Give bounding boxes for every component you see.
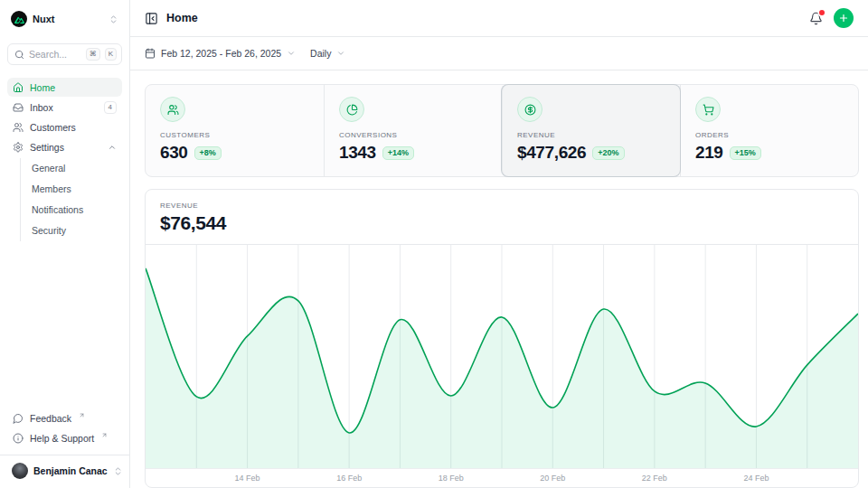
notifications-button[interactable]: [809, 12, 823, 25]
date-range-picker[interactable]: Feb 12, 2025 - Feb 26, 2025: [145, 48, 296, 59]
dollar-circle-icon: [517, 97, 542, 122]
sidebar-item-label: Notifications: [32, 204, 83, 215]
chevron-up-icon: [108, 143, 117, 152]
user-menu[interactable]: Benjamin Canac: [7, 460, 122, 482]
revenue-chart-card: REVENUE $76,544 14 Feb16 Feb18 Feb20 Feb…: [145, 189, 859, 488]
stat-card-customers[interactable]: CUSTOMERS 630 +8%: [146, 85, 324, 176]
app-window: Nuxt Search... ⌘ K Home: [0, 0, 868, 488]
users-icon: [13, 122, 24, 133]
delta-badge: +20%: [592, 146, 624, 160]
footer-link-label: Help & Support: [30, 433, 94, 444]
sidebar-item-security[interactable]: Security: [21, 221, 122, 240]
x-tick-label: 24 Feb: [743, 474, 769, 483]
sidebar-item-label: Security: [32, 225, 66, 236]
stat-label: ORDERS: [695, 131, 844, 139]
main-area: Home Feb 12, 2025 - Feb 26, 2025: [130, 0, 868, 488]
external-link-icon: [101, 432, 108, 438]
feedback-link[interactable]: Feedback: [7, 408, 122, 427]
search-icon: [14, 50, 24, 60]
workspace-switcher[interactable]: Nuxt: [7, 9, 122, 29]
x-tick-label: 14 Feb: [235, 474, 260, 483]
pie-chart-icon: [339, 97, 364, 122]
topbar: Home: [130, 0, 868, 37]
message-circle-icon: [13, 413, 24, 424]
collapse-sidebar-button[interactable]: [145, 12, 158, 25]
chevron-down-icon: [336, 49, 345, 58]
kbd-cmd: ⌘: [86, 48, 100, 61]
delta-badge: +8%: [194, 146, 222, 160]
chevrons-up-down-icon: [113, 466, 123, 476]
sidebar-item-home[interactable]: Home: [7, 78, 122, 97]
stat-card-conversions[interactable]: CONVERSIONS 1343 +14%: [324, 85, 502, 176]
calendar-icon: [145, 48, 156, 59]
page-title: Home: [166, 12, 198, 24]
sidebar-footer: Feedback Help & Support: [7, 408, 122, 448]
sidebar-item-label: Customers: [30, 122, 76, 133]
stat-label: CONVERSIONS: [339, 131, 487, 139]
sidebar-item-general[interactable]: General: [21, 158, 122, 178]
footer-link-label: Feedback: [30, 413, 71, 424]
stat-value: 1343: [339, 143, 376, 163]
chevrons-up-down-icon: [108, 14, 118, 24]
chart-x-axis: 14 Feb16 Feb18 Feb20 Feb22 Feb24 Feb: [146, 468, 858, 487]
gear-icon: [13, 142, 24, 153]
kbd-k: K: [105, 48, 117, 61]
sidebar-nav: Home Inbox 4 Customers Settings: [7, 78, 122, 243]
help-support-link[interactable]: Help & Support: [7, 428, 122, 447]
info-icon: [13, 433, 24, 444]
shopping-cart-icon: [695, 97, 721, 122]
stat-value: $477,626: [517, 143, 586, 163]
stat-value: 219: [695, 143, 723, 163]
sidebar-item-label: Members: [32, 183, 71, 194]
sidebar-item-label: Inbox: [30, 102, 53, 113]
home-icon: [13, 82, 24, 93]
sidebar-item-customers[interactable]: Customers: [7, 117, 122, 136]
chart-header: REVENUE $76,544: [146, 190, 858, 244]
chart-plot-area: [146, 244, 858, 468]
user-name: Benjamin Canac: [33, 465, 108, 476]
add-button[interactable]: [834, 8, 854, 28]
delta-badge: +15%: [730, 146, 761, 160]
sidebar-item-members[interactable]: Members: [21, 179, 122, 199]
sidebar: Nuxt Search... ⌘ K Home: [0, 0, 130, 488]
users-icon: [160, 97, 185, 122]
search-placeholder: Search...: [29, 49, 81, 60]
sidebar-item-settings[interactable]: Settings: [7, 137, 122, 156]
x-tick-label: 18 Feb: [439, 474, 464, 483]
external-link-icon: [79, 412, 85, 418]
workspace-name: Nuxt: [33, 14, 54, 24]
x-tick-label: 16 Feb: [336, 474, 362, 483]
revenue-chart[interactable]: [146, 245, 858, 468]
stat-label: REVENUE: [517, 131, 665, 139]
sidebar-item-label: Settings: [30, 142, 64, 153]
inbox-count-badge: 4: [104, 101, 117, 114]
stat-card-orders[interactable]: ORDERS 219 +15%: [680, 85, 858, 176]
settings-subnav: General Members Notifications Security: [20, 158, 122, 241]
sidebar-item-inbox[interactable]: Inbox 4: [7, 98, 122, 117]
chart-metric-value: $76,544: [160, 212, 844, 234]
notification-dot: [819, 10, 825, 15]
x-tick-label: 20 Feb: [540, 474, 565, 483]
sidebar-item-label: General: [32, 163, 65, 174]
x-tick-label: 22 Feb: [642, 474, 667, 483]
period-select[interactable]: Daily: [310, 48, 345, 59]
stat-card-revenue[interactable]: REVENUE $477,626 +20%: [502, 85, 680, 176]
sidebar-item-notifications[interactable]: Notifications: [21, 200, 122, 220]
stat-label: CUSTOMERS: [160, 131, 309, 139]
inbox-icon: [13, 102, 24, 113]
delta-badge: +14%: [382, 146, 414, 160]
user-section: Benjamin Canac: [0, 455, 129, 488]
content: CUSTOMERS 630 +8% CONVERSIONS 1343 +14%: [130, 70, 868, 488]
stats-row: CUSTOMERS 630 +8% CONVERSIONS 1343 +14%: [145, 84, 859, 177]
date-range-label: Feb 12, 2025 - Feb 26, 2025: [161, 48, 281, 59]
avatar: [12, 463, 28, 479]
search-input[interactable]: Search... ⌘ K: [7, 43, 122, 65]
stat-value: 630: [160, 143, 188, 163]
chart-metric-label: REVENUE: [160, 202, 844, 210]
chevron-down-icon: [287, 49, 296, 58]
period-label: Daily: [310, 48, 331, 59]
nuxt-logo-icon: [11, 11, 27, 27]
toolbar: Feb 12, 2025 - Feb 26, 2025 Daily: [130, 37, 868, 70]
sidebar-item-label: Home: [30, 82, 55, 93]
